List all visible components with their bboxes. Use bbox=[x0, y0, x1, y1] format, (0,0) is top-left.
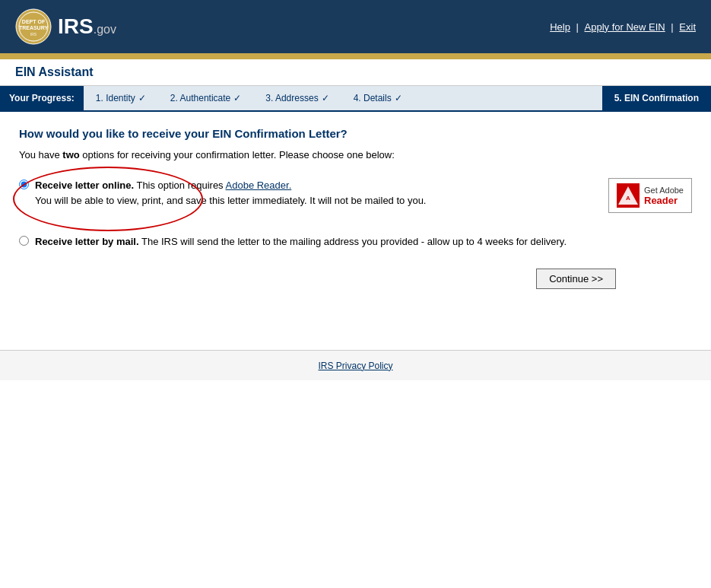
main-content: How would you like to receive your EIN C… bbox=[0, 112, 711, 319]
privacy-policy-link[interactable]: IRS Privacy Policy bbox=[318, 361, 392, 371]
progress-step-authenticate: 2. Authenticate ✓ bbox=[158, 87, 253, 110]
adobe-icon: A bbox=[617, 183, 640, 208]
gold-divider bbox=[0, 53, 711, 59]
option-online-radio[interactable] bbox=[19, 180, 29, 189]
option-mail-radio[interactable] bbox=[19, 236, 29, 246]
continue-row: Continue >> bbox=[19, 269, 692, 289]
logo-area: DEPT OF TREASURY IRS IRS.gov bbox=[15, 8, 116, 45]
header-nav-links: Help | Apply for New EIN | Exit bbox=[550, 21, 696, 33]
irs-logo-text: IRS.gov bbox=[58, 14, 116, 39]
adobe-reader-link[interactable]: Adobe Reader. bbox=[226, 180, 292, 191]
option-online-subtext: You will be able to view, print, and sav… bbox=[35, 195, 426, 206]
page-title-bar: EIN Assistant bbox=[0, 59, 711, 86]
intro-text: You have two options for receiving your … bbox=[19, 149, 692, 161]
option-online-row: Receive letter online. This option requi… bbox=[19, 174, 692, 217]
adobe-reader-text: Reader bbox=[644, 195, 684, 206]
progress-step-ein-confirmation: 5. EIN Confirmation bbox=[602, 86, 711, 110]
option-mail-row: Receive letter by mail. The IRS will sen… bbox=[19, 230, 692, 253]
page-title: EIN Assistant bbox=[15, 65, 696, 79]
continue-button[interactable]: Continue >> bbox=[536, 269, 616, 289]
irs-seal-icon: DEPT OF TREASURY IRS bbox=[15, 8, 52, 45]
adobe-get-text: Get Adobe bbox=[644, 186, 684, 195]
progress-label: Your Progress: bbox=[0, 86, 84, 110]
progress-step-identity: 1. Identity ✓ bbox=[84, 87, 158, 110]
option-online-label[interactable]: Receive letter online. This option requi… bbox=[35, 180, 291, 191]
progress-bar: Your Progress: 1. Identity ✓ 2. Authenti… bbox=[0, 86, 711, 112]
progress-step-addresses: 3. Addresses ✓ bbox=[253, 87, 341, 110]
svg-text:IRS: IRS bbox=[30, 32, 37, 37]
svg-text:DEPT OF: DEPT OF bbox=[22, 19, 46, 24]
option-online-text: Receive letter online. This option requi… bbox=[35, 178, 593, 208]
header: DEPT OF TREASURY IRS IRS.gov Help | Appl… bbox=[0, 0, 711, 53]
exit-link[interactable]: Exit bbox=[679, 21, 696, 33]
option-mail-label[interactable]: Receive letter by mail. The IRS will sen… bbox=[35, 236, 567, 247]
svg-text:TREASURY: TREASURY bbox=[19, 25, 49, 30]
help-link[interactable]: Help bbox=[550, 21, 570, 33]
option-mail-text: Receive letter by mail. The IRS will sen… bbox=[35, 234, 692, 250]
main-question: How would you like to receive your EIN C… bbox=[19, 127, 692, 140]
option-mail-detail: The IRS will send the letter to the mail… bbox=[139, 236, 567, 247]
footer: IRS Privacy Policy bbox=[0, 351, 711, 380]
adobe-badge: A Get Adobe Reader bbox=[608, 178, 692, 213]
progress-step-details: 4. Details ✓ bbox=[341, 87, 414, 110]
options-container: Receive letter online. This option requi… bbox=[19, 174, 692, 253]
apply-ein-link[interactable]: Apply for New EIN bbox=[585, 21, 665, 33]
progress-steps: 1. Identity ✓ 2. Authenticate ✓ 3. Addre… bbox=[84, 86, 711, 110]
svg-text:A: A bbox=[626, 195, 630, 202]
